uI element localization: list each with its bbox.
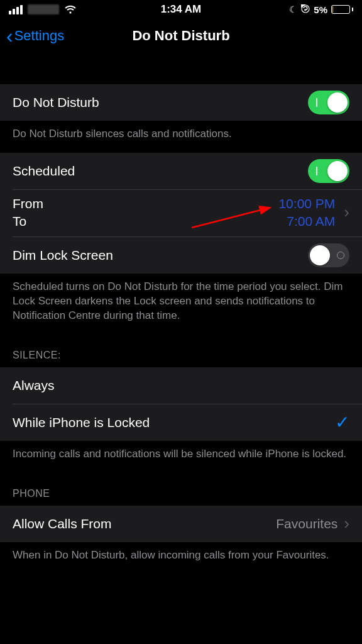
chevron-left-icon: ‹ [6,26,13,46]
chevron-right-icon: › [344,203,349,222]
silence-locked-label: While iPhone is Locked [13,415,150,430]
silence-locked-row[interactable]: While iPhone is Locked ✓ [0,404,362,441]
silence-group: Always While iPhone is Locked ✓ [0,367,362,441]
phone-header: PHONE [0,473,362,506]
chevron-right-icon: › [344,514,349,533]
dim-lock-screen-row: Dim Lock Screen [0,237,362,274]
schedule-time-row[interactable]: From To 10:00 PM 7:00 AM › [0,190,362,236]
scheduled-group: Scheduled From To 10:00 PM 7:00 AM › Dim… [0,153,362,274]
scheduled-label: Scheduled [13,164,75,179]
checkmark-icon: ✓ [335,412,349,433]
silence-always-row[interactable]: Always [0,367,362,404]
battery-percentage: 5% [314,4,327,15]
dnd-row: Do Not Disturb [0,84,362,121]
battery-icon [331,5,353,14]
page-title: Do Not Disturb [132,28,229,44]
scheduled-footer: Scheduled turns on Do Not Disturb for th… [0,274,362,335]
allow-calls-label: Allow Calls From [13,516,112,531]
from-label: From [13,196,43,211]
phone-group: Allow Calls From Favourites › [0,506,362,542]
dim-lock-label: Dim Lock Screen [13,248,113,263]
dim-lock-toggle[interactable] [308,243,349,267]
to-label: To [13,214,43,229]
status-bar: 1:34 AM ☾ 5% [0,0,362,19]
allow-calls-value: Favourites [276,516,337,531]
dnd-toggle[interactable] [308,91,349,114]
carrier-smudge [28,4,59,14]
from-value: 10:00 PM [278,196,335,211]
dnd-label: Do Not Disturb [13,95,99,110]
dnd-group: Do Not Disturb [0,84,362,121]
scheduled-toggle[interactable] [308,159,349,183]
silence-header: SILENCE: [0,335,362,367]
allow-calls-row[interactable]: Allow Calls From Favourites › [0,506,362,542]
nav-bar: ‹ Settings Do Not Disturb [0,19,362,53]
dnd-moon-icon: ☾ [289,4,297,14]
silence-footer: Incoming calls and notifications will be… [0,441,362,473]
to-value: 7:00 AM [287,214,335,229]
wifi-icon [64,5,77,14]
back-label: Settings [14,28,65,44]
status-time: 1:34 AM [161,3,202,16]
rotation-lock-icon [301,4,310,15]
back-button[interactable]: ‹ Settings [6,26,64,46]
phone-footer: When in Do Not Disturb, allow incoming c… [0,542,362,574]
cellular-signal-icon [9,5,23,14]
silence-always-label: Always [13,378,55,393]
dnd-footer: Do Not Disturb silences calls and notifi… [0,121,362,153]
scheduled-row: Scheduled [0,153,362,189]
